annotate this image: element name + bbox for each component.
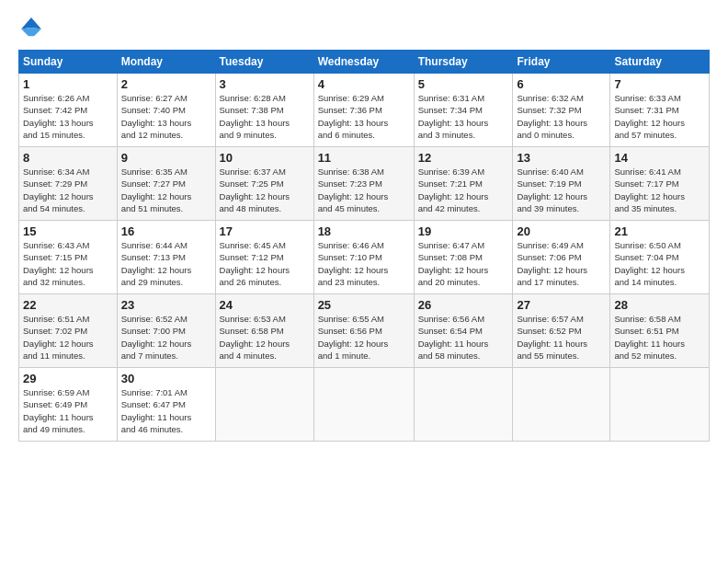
- day-number: 27: [517, 298, 606, 312]
- calendar: SundayMondayTuesdayWednesdayThursdayFrid…: [18, 50, 710, 442]
- calendar-week-row: 1Sunrise: 6:26 AM Sunset: 7:42 PM Daylig…: [19, 74, 710, 147]
- day-number: 17: [220, 224, 310, 238]
- calendar-cell: 19Sunrise: 6:47 AM Sunset: 7:08 PM Dayli…: [414, 221, 513, 294]
- calendar-cell: 14Sunrise: 6:41 AM Sunset: 7:17 PM Dayli…: [610, 147, 710, 221]
- calendar-cell: 20Sunrise: 6:49 AM Sunset: 7:06 PM Dayli…: [513, 221, 610, 294]
- day-number: 5: [418, 77, 509, 91]
- day-number: 20: [517, 224, 606, 238]
- day-number: 22: [23, 298, 113, 312]
- day-info: Sunrise: 6:43 AM Sunset: 7:15 PM Dayligh…: [23, 239, 113, 288]
- page: SundayMondayTuesdayWednesdayThursdayFrid…: [0, 0, 728, 563]
- weekday-header: Friday: [513, 51, 610, 74]
- day-number: 30: [121, 372, 211, 385]
- day-info: Sunrise: 6:44 AM Sunset: 7:13 PM Dayligh…: [121, 239, 211, 288]
- calendar-cell: 27Sunrise: 6:57 AM Sunset: 6:52 PM Dayli…: [513, 294, 610, 368]
- calendar-cell: 4Sunrise: 6:29 AM Sunset: 7:36 PM Daylig…: [313, 74, 414, 147]
- calendar-cell: 17Sunrise: 6:45 AM Sunset: 7:12 PM Dayli…: [215, 221, 313, 294]
- logo-icon: [18, 15, 44, 40]
- day-number: 13: [517, 151, 606, 165]
- day-info: Sunrise: 6:29 AM Sunset: 7:36 PM Dayligh…: [318, 92, 410, 141]
- day-info: Sunrise: 6:53 AM Sunset: 6:58 PM Dayligh…: [220, 313, 310, 362]
- day-number: 19: [418, 224, 509, 238]
- day-number: 24: [220, 298, 310, 312]
- day-info: Sunrise: 6:28 AM Sunset: 7:38 PM Dayligh…: [220, 92, 310, 141]
- day-info: Sunrise: 6:32 AM Sunset: 7:32 PM Dayligh…: [517, 92, 606, 141]
- calendar-cell: 3Sunrise: 6:28 AM Sunset: 7:38 PM Daylig…: [215, 74, 313, 147]
- day-info: Sunrise: 6:26 AM Sunset: 7:42 PM Dayligh…: [23, 92, 113, 141]
- calendar-cell: 28Sunrise: 6:58 AM Sunset: 6:51 PM Dayli…: [610, 294, 710, 368]
- calendar-cell: [313, 368, 414, 442]
- calendar-week-row: 29Sunrise: 6:59 AM Sunset: 6:49 PM Dayli…: [19, 368, 710, 442]
- calendar-cell: 22Sunrise: 6:51 AM Sunset: 7:02 PM Dayli…: [19, 294, 118, 368]
- calendar-cell: 10Sunrise: 6:37 AM Sunset: 7:25 PM Dayli…: [215, 147, 313, 221]
- day-info: Sunrise: 6:33 AM Sunset: 7:31 PM Dayligh…: [614, 92, 705, 141]
- day-info: Sunrise: 6:49 AM Sunset: 7:06 PM Dayligh…: [517, 239, 606, 288]
- calendar-week-row: 15Sunrise: 6:43 AM Sunset: 7:15 PM Dayli…: [19, 221, 710, 294]
- logo: [18, 15, 48, 40]
- calendar-cell: [610, 368, 710, 442]
- calendar-cell: 6Sunrise: 6:32 AM Sunset: 7:32 PM Daylig…: [513, 74, 610, 147]
- day-number: 25: [318, 298, 410, 312]
- calendar-week-row: 22Sunrise: 6:51 AM Sunset: 7:02 PM Dayli…: [19, 294, 710, 368]
- weekday-header: Saturday: [610, 51, 710, 74]
- day-info: Sunrise: 6:39 AM Sunset: 7:21 PM Dayligh…: [418, 166, 509, 214]
- calendar-cell: 1Sunrise: 6:26 AM Sunset: 7:42 PM Daylig…: [19, 74, 118, 147]
- day-number: 6: [517, 77, 606, 91]
- day-info: Sunrise: 6:52 AM Sunset: 7:00 PM Dayligh…: [121, 313, 211, 362]
- day-info: Sunrise: 6:37 AM Sunset: 7:25 PM Dayligh…: [220, 166, 310, 214]
- day-number: 12: [418, 151, 509, 165]
- day-number: 10: [220, 151, 310, 165]
- day-info: Sunrise: 6:58 AM Sunset: 6:51 PM Dayligh…: [614, 313, 705, 362]
- weekday-header: Wednesday: [313, 51, 414, 74]
- weekday-header: Sunday: [19, 51, 118, 74]
- calendar-cell: 7Sunrise: 6:33 AM Sunset: 7:31 PM Daylig…: [610, 74, 710, 147]
- calendar-cell: 9Sunrise: 6:35 AM Sunset: 7:27 PM Daylig…: [117, 147, 215, 221]
- day-info: Sunrise: 6:41 AM Sunset: 7:17 PM Dayligh…: [614, 166, 705, 214]
- day-info: Sunrise: 6:46 AM Sunset: 7:10 PM Dayligh…: [318, 239, 410, 288]
- day-number: 16: [121, 224, 211, 238]
- day-number: 1: [23, 77, 113, 91]
- calendar-cell: 18Sunrise: 6:46 AM Sunset: 7:10 PM Dayli…: [313, 221, 414, 294]
- day-number: 3: [220, 77, 310, 91]
- day-number: 7: [614, 77, 705, 91]
- day-info: Sunrise: 7:01 AM Sunset: 6:47 PM Dayligh…: [121, 386, 211, 435]
- calendar-cell: 21Sunrise: 6:50 AM Sunset: 7:04 PM Dayli…: [610, 221, 710, 294]
- day-number: 15: [23, 224, 113, 238]
- header: [18, 15, 710, 40]
- calendar-cell: [414, 368, 513, 442]
- day-number: 26: [418, 298, 509, 312]
- day-info: Sunrise: 6:34 AM Sunset: 7:29 PM Dayligh…: [23, 166, 113, 214]
- calendar-cell: 11Sunrise: 6:38 AM Sunset: 7:23 PM Dayli…: [313, 147, 414, 221]
- weekday-header: Monday: [117, 51, 215, 74]
- calendar-cell: 16Sunrise: 6:44 AM Sunset: 7:13 PM Dayli…: [117, 221, 215, 294]
- calendar-cell: 29Sunrise: 6:59 AM Sunset: 6:49 PM Dayli…: [19, 368, 118, 442]
- calendar-week-row: 8Sunrise: 6:34 AM Sunset: 7:29 PM Daylig…: [19, 147, 710, 221]
- calendar-cell: 13Sunrise: 6:40 AM Sunset: 7:19 PM Dayli…: [513, 147, 610, 221]
- day-info: Sunrise: 6:57 AM Sunset: 6:52 PM Dayligh…: [517, 313, 606, 362]
- day-info: Sunrise: 6:45 AM Sunset: 7:12 PM Dayligh…: [220, 239, 310, 288]
- calendar-cell: [215, 368, 313, 442]
- calendar-cell: 12Sunrise: 6:39 AM Sunset: 7:21 PM Dayli…: [414, 147, 513, 221]
- day-info: Sunrise: 6:50 AM Sunset: 7:04 PM Dayligh…: [614, 239, 705, 288]
- day-info: Sunrise: 6:38 AM Sunset: 7:23 PM Dayligh…: [318, 166, 410, 214]
- calendar-cell: 2Sunrise: 6:27 AM Sunset: 7:40 PM Daylig…: [117, 74, 215, 147]
- day-info: Sunrise: 6:40 AM Sunset: 7:19 PM Dayligh…: [517, 166, 606, 214]
- weekday-header: Thursday: [414, 51, 513, 74]
- calendar-cell: 23Sunrise: 6:52 AM Sunset: 7:00 PM Dayli…: [117, 294, 215, 368]
- calendar-cell: 5Sunrise: 6:31 AM Sunset: 7:34 PM Daylig…: [414, 74, 513, 147]
- calendar-header-row: SundayMondayTuesdayWednesdayThursdayFrid…: [19, 51, 710, 74]
- day-info: Sunrise: 6:35 AM Sunset: 7:27 PM Dayligh…: [121, 166, 211, 214]
- day-number: 9: [121, 151, 211, 165]
- day-number: 21: [614, 224, 705, 238]
- day-info: Sunrise: 6:56 AM Sunset: 6:54 PM Dayligh…: [418, 313, 509, 362]
- day-number: 28: [614, 298, 705, 312]
- day-number: 11: [318, 151, 410, 165]
- day-number: 4: [318, 77, 410, 91]
- day-number: 23: [121, 298, 211, 312]
- day-number: 2: [121, 77, 211, 91]
- day-info: Sunrise: 6:47 AM Sunset: 7:08 PM Dayligh…: [418, 239, 509, 288]
- calendar-cell: 8Sunrise: 6:34 AM Sunset: 7:29 PM Daylig…: [19, 147, 118, 221]
- day-number: 18: [318, 224, 410, 238]
- weekday-header: Tuesday: [215, 51, 313, 74]
- day-number: 8: [23, 151, 113, 165]
